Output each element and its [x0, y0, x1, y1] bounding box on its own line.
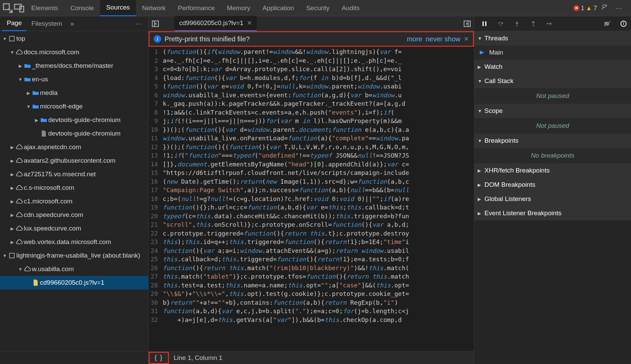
- toggle-debugger-icon[interactable]: [462, 18, 473, 29]
- tab-performance[interactable]: Performance: [172, 0, 221, 16]
- tree-folder[interactable]: ▼en-us: [0, 73, 148, 86]
- tab-sources[interactable]: Sources: [100, 0, 136, 16]
- pause-button[interactable]: [477, 18, 492, 30]
- dbg-section-threads[interactable]: ▼Threads: [474, 31, 631, 45]
- warning-badge[interactable]: ▲: [586, 4, 592, 12]
- step-into-button[interactable]: [510, 18, 524, 30]
- svg-point-15: [547, 23, 548, 24]
- svg-point-13: [516, 25, 518, 26]
- tab-application[interactable]: Application: [256, 0, 300, 16]
- tree-folder[interactable]: ▶devtools-guide-chromium: [0, 113, 148, 127]
- svg-rect-20: [623, 22, 624, 23]
- scope-empty: Not paused: [474, 118, 631, 134]
- error-badge[interactable]: ✕: [573, 5, 579, 11]
- tab-memory[interactable]: Memory: [221, 0, 256, 16]
- tree-domain[interactable]: ▶ajax.aspnetcdn.com: [0, 140, 148, 154]
- pretty-print-button[interactable]: { }: [149, 352, 169, 364]
- dbg-section-breakpoints[interactable]: ▼Breakpoints: [474, 134, 631, 148]
- svg-rect-19: [623, 23, 624, 25]
- svg-rect-10: [482, 21, 484, 26]
- code-editor[interactable]: 1234567891011121314151617181920212223242…: [149, 47, 474, 351]
- tab-security[interactable]: Security: [300, 0, 336, 16]
- svg-point-14: [533, 25, 534, 26]
- left-more-icon[interactable]: ⋯: [132, 20, 146, 28]
- tree-domain[interactable]: ▶avatars2.githubusercontent.com: [0, 154, 148, 167]
- tree-file-selected[interactable]: cd99660205c0.js?lv=1: [0, 276, 148, 289]
- breakpoints-empty: No breakpoints: [474, 148, 631, 163]
- tree-frame[interactable]: ▼lightningjs-frame-usabilla_live (about:…: [0, 249, 148, 262]
- callstack-empty: Not paused: [474, 88, 631, 104]
- left-tabs-overflow-icon[interactable]: »: [67, 20, 77, 27]
- dbg-section-callstack[interactable]: ▼Call Stack: [474, 74, 631, 88]
- tree-domain[interactable]: ▶az725175.vo.msecnd.net: [0, 167, 148, 181]
- dbg-section-xhr[interactable]: ▶XHR/fetch Breakpoints: [474, 163, 631, 178]
- editor-tab[interactable]: cd99660205c0.js?lv=1 ✕: [174, 16, 257, 31]
- device-toggle-icon[interactable]: [14, 2, 25, 14]
- dbg-section-global[interactable]: ▶Global Listeners: [474, 192, 631, 206]
- file-tree: ▼top ▼docs.microsoft.com ▶_themes/docs.t…: [0, 31, 148, 351]
- toggle-navigator-icon[interactable]: [150, 18, 161, 29]
- tree-file[interactable]: devtools-guide-chromium: [0, 127, 148, 140]
- tab-console[interactable]: Console: [64, 0, 100, 16]
- tab-elements[interactable]: Elements: [25, 0, 64, 16]
- dbg-section-scope[interactable]: ▼Scope: [474, 104, 631, 118]
- pretty-print-infobar: i Pretty-print this minified file? more …: [149, 31, 474, 47]
- tree-folder[interactable]: ▶_themes/docs.theme/master: [0, 59, 148, 73]
- cursor-position: Line 1, Column 1: [169, 354, 223, 362]
- close-tab-icon[interactable]: ✕: [247, 19, 252, 27]
- dbg-section-eventlistener[interactable]: ▶Event Listener Breakpoints: [474, 206, 631, 220]
- close-infobar-icon[interactable]: ✕: [464, 35, 469, 43]
- tree-domain[interactable]: ▼docs.microsoft.com: [0, 45, 148, 59]
- infobar-never-show-link[interactable]: never show: [426, 35, 460, 43]
- info-icon: i: [154, 35, 161, 43]
- feedback-icon[interactable]: [598, 4, 611, 12]
- tree-folder[interactable]: ▼microsoft-edge: [0, 100, 148, 113]
- tree-domain[interactable]: ▶c.s-microsoft.com: [0, 181, 148, 195]
- warning-count: 7: [593, 4, 597, 12]
- infobar-message: Pretty-print this minified file?: [165, 35, 403, 43]
- step-over-button[interactable]: [493, 18, 508, 30]
- svg-rect-5: [9, 253, 14, 258]
- svg-point-12: [500, 25, 501, 26]
- inspect-icon[interactable]: [2, 2, 14, 14]
- pause-on-exceptions-button[interactable]: [616, 18, 631, 30]
- error-count: 1: [581, 4, 585, 12]
- deactivate-breakpoints-button[interactable]: [600, 18, 615, 30]
- step-button[interactable]: [542, 18, 557, 30]
- svg-point-3: [603, 5, 605, 7]
- svg-rect-4: [9, 36, 14, 41]
- svg-rect-11: [485, 21, 486, 26]
- infobar-more-link[interactable]: more: [407, 35, 422, 43]
- dbg-section-dom[interactable]: ▶DOM Breakpoints: [474, 178, 631, 192]
- left-tab-page[interactable]: Page: [2, 16, 26, 31]
- tree-domain[interactable]: ▶web.vortex.data.microsoft.com: [0, 235, 148, 249]
- editor-tab-label: cd99660205c0.js?lv=1: [179, 19, 244, 27]
- thread-main[interactable]: Main: [474, 45, 631, 60]
- dbg-section-watch[interactable]: ▶Watch: [474, 60, 631, 74]
- tab-network[interactable]: Network: [136, 0, 172, 16]
- tree-domain[interactable]: ▶cdn.speedcurve.com: [0, 208, 148, 222]
- step-out-button[interactable]: [526, 18, 541, 30]
- tab-audits[interactable]: Audits: [336, 0, 366, 16]
- tree-frame-top[interactable]: ▼top: [0, 32, 148, 45]
- tree-domain[interactable]: ▶lux.speedcurve.com: [0, 222, 148, 235]
- tree-folder[interactable]: ▶media: [0, 86, 148, 100]
- tree-domain[interactable]: ▼w.usabilla.com: [0, 262, 148, 276]
- left-tab-filesystem[interactable]: Filesystem: [26, 17, 67, 31]
- tree-domain[interactable]: ▶c1.microsoft.com: [0, 195, 148, 208]
- more-icon[interactable]: ⋯: [612, 4, 626, 12]
